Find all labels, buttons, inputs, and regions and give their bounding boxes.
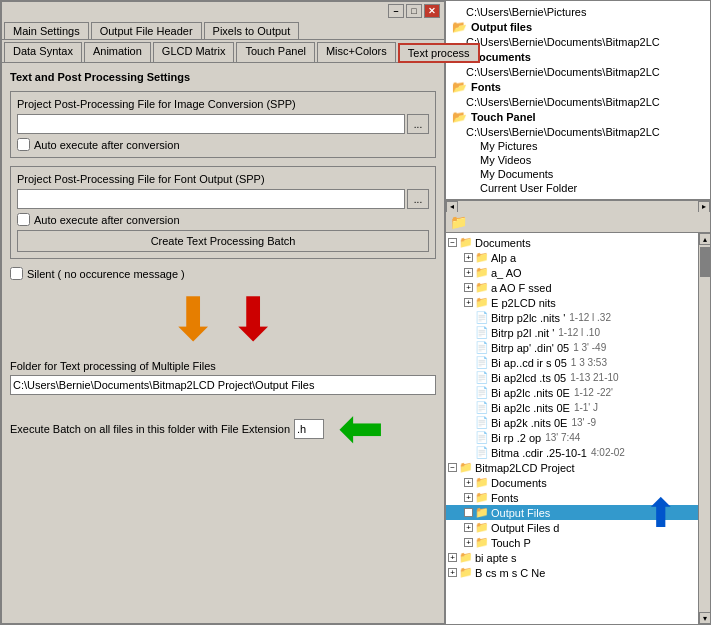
folder-input[interactable] (10, 375, 436, 395)
tree-item-label: Bitma .cdir .25-10-1 (491, 447, 587, 459)
tab-row-2: Data Syntax Animation GLCD Matrix Touch … (2, 40, 444, 63)
tab-touch-panel[interactable]: Touch Panel (236, 42, 315, 62)
tree-toggle-icon[interactable]: + (464, 478, 473, 487)
tree-item[interactable]: 📄Bi ap2lcd .ts 051-13 21-10 (446, 370, 698, 385)
spp-font-auto-label: Auto execute after conversion (34, 214, 180, 226)
tree-item[interactable]: 📄Bi ap2k .nits 0E13' -9 (446, 415, 698, 430)
tab-animation[interactable]: Animation (84, 42, 151, 62)
tab-glcd-matrix[interactable]: GLCD Matrix (153, 42, 235, 62)
spp-image-browse-button[interactable]: ... (407, 114, 429, 134)
tree-toggle-icon[interactable]: + (464, 493, 473, 502)
scroll-up-button[interactable]: ▴ (699, 233, 711, 245)
tree-item[interactable]: +📁a AO F ssed (446, 280, 698, 295)
spp-font-input[interactable] (17, 189, 405, 209)
path-mypictures: My Pictures (450, 139, 706, 153)
tree-toggle-icon[interactable]: + (464, 523, 473, 532)
tab-misc-colors[interactable]: Misc+Colors (317, 42, 396, 62)
tree-item[interactable]: 📄Bitma .cdir .25-10-14:02-02 (446, 445, 698, 460)
spp-image-auto-checkbox[interactable] (17, 138, 30, 151)
execute-row: Execute Batch on all files in this folde… (10, 401, 436, 456)
section-title: Text and Post Processing Settings (10, 71, 436, 83)
path-myvideos: My Videos (450, 153, 706, 167)
tree-item[interactable]: +📁B cs m s C Ne (446, 565, 698, 580)
tree-item[interactable]: 📄Bi ap2lc .nits 0E1-12 -22' (446, 385, 698, 400)
right-top-paths: C:\Users\Bernie\Pictures 📂 Output files … (446, 1, 710, 200)
titlebar: – □ ✕ (2, 2, 444, 20)
spp-font-row: ... (17, 189, 429, 209)
tree-toggle-icon[interactable]: + (464, 283, 473, 292)
tree-toggle-icon[interactable]: − (448, 463, 457, 472)
vertical-scrollbar[interactable]: ▴ ▾ (698, 233, 710, 624)
create-batch-button[interactable]: Create Text Processing Batch (17, 230, 429, 252)
tree-toggle-icon[interactable]: + (464, 268, 473, 277)
tree-item[interactable]: 📄Bitrp p2l .nit '1-12 l .10 (446, 325, 698, 340)
execute-label: Execute Batch on all files in this folde… (10, 423, 290, 435)
tree-toggle-icon[interactable]: + (464, 298, 473, 307)
tree-toggle-icon[interactable]: − (448, 238, 457, 247)
tree-item-label: Output Files (491, 507, 550, 519)
label-output-files: 📂 Output files (450, 19, 706, 35)
horizontal-scrollbar[interactable]: ◂ ▸ (446, 200, 710, 212)
spp-image-input[interactable] (17, 114, 405, 134)
arrow-left-green-icon: ⬅ (338, 401, 384, 456)
tree-item[interactable]: +📁Alp a (446, 250, 698, 265)
tree-item[interactable]: +📁Touch P (446, 535, 698, 550)
tree-item[interactable]: −📁Bitmap2LCD Project (446, 460, 698, 475)
spp-font-auto-checkbox[interactable] (17, 213, 30, 226)
tree-item[interactable]: +📁a_ AO (446, 265, 698, 280)
tree-toggle-icon[interactable]: + (448, 568, 457, 577)
ext-input[interactable] (294, 419, 324, 439)
tree-item[interactable]: 📄Bi rp .2 op13' 7:44 (446, 430, 698, 445)
scroll-thumb[interactable] (700, 247, 710, 277)
file-tree[interactable]: −📁Documents+📁Alp a+📁a_ AO+📁a AO F ssed+📁… (446, 233, 698, 624)
path-pictures: C:\Users\Bernie\Pictures (450, 5, 706, 19)
path-mydocuments: My Documents (450, 167, 706, 181)
left-panel: – □ ✕ Main Settings Output File Header P… (0, 0, 445, 625)
tree-item[interactable]: 📄Bi ap2lc .nits 0E1-1' J (446, 400, 698, 415)
tree-item[interactable]: 📄Bitrp p2lc .nits '1-12 l .32 (446, 310, 698, 325)
silent-checkbox[interactable] (10, 267, 23, 280)
tree-toggle-icon[interactable]: + (464, 253, 473, 262)
path-fonts: C:\Users\Bernie\Documents\Bitmap2LC (450, 95, 706, 109)
spp-font-browse-button[interactable]: ... (407, 189, 429, 209)
tree-item[interactable]: 📄Bitrp ap' .din' 051 3' -49 (446, 340, 698, 355)
tree-toggle-icon[interactable]: + (464, 538, 473, 547)
arrow-down-orange-icon: ⬇ (168, 290, 218, 350)
spp-image-auto-label: Auto execute after conversion (34, 139, 180, 151)
tree-item-label: B cs m s C Ne (475, 567, 545, 579)
tree-item-label: Documents (475, 237, 531, 249)
tree-item-meta: 13' -9 (571, 417, 596, 428)
tree-item[interactable]: +📁E p2LCD nits (446, 295, 698, 310)
folder-icon: 📄 (475, 431, 489, 444)
folder-icon: 📄 (475, 326, 489, 339)
tree-item-meta: 13' 7:44 (545, 432, 580, 443)
close-button[interactable]: ✕ (424, 4, 440, 18)
tree-item[interactable]: −📁Documents (446, 235, 698, 250)
tree-item[interactable]: +📁Output Files⬆ (446, 505, 698, 520)
minimize-button[interactable]: – (388, 4, 404, 18)
folder-icon: 📄 (475, 416, 489, 429)
tab-data-syntax[interactable]: Data Syntax (4, 42, 82, 62)
tree-toggle-icon[interactable]: + (448, 553, 457, 562)
tree-item[interactable]: +📁bi apte s (446, 550, 698, 565)
folder-icon: 📄 (475, 341, 489, 354)
scroll-left-button[interactable]: ◂ (446, 201, 458, 213)
silent-row: Silent ( no occurence message ) (10, 267, 436, 280)
tree-item-label: Bi ap2k .nits 0E (491, 417, 567, 429)
tree-item-meta: 1 3' -49 (573, 342, 606, 353)
tab-pixels-to-output[interactable]: Pixels to Output (204, 22, 300, 39)
tree-item-label: Bi ap2lc .nits 0E (491, 387, 570, 399)
tab-output-file-header[interactable]: Output File Header (91, 22, 202, 39)
label-touch-panel: 📂 Touch Panel (450, 109, 706, 125)
tree-item[interactable]: 📄Bi ap..cd ir s 051 3 3:53 (446, 355, 698, 370)
scroll-right-button[interactable]: ▸ (698, 201, 710, 213)
tree-item-label: Alp a (491, 252, 516, 264)
maximize-button[interactable]: □ (406, 4, 422, 18)
tab-text-process[interactable]: Text process (398, 43, 480, 63)
tree-toggle-icon[interactable]: + (464, 508, 473, 517)
tree-item-meta: 1-12 -22' (574, 387, 613, 398)
tab-main-settings[interactable]: Main Settings (4, 22, 89, 39)
scroll-down-button[interactable]: ▾ (699, 612, 711, 624)
tree-item-meta: 1 3 3:53 (571, 357, 607, 368)
tree-item[interactable]: +📁Documents (446, 475, 698, 490)
